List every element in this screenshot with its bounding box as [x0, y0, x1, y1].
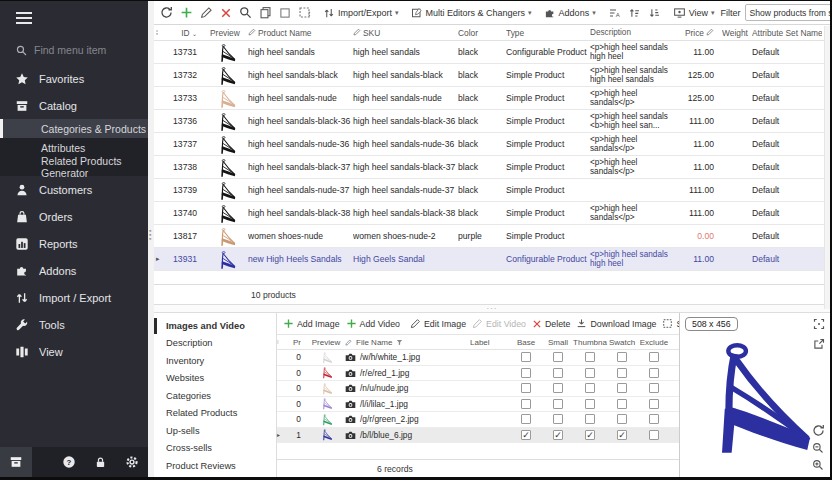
multi-editors-button[interactable]: Multi Editors & Changers▾	[408, 5, 535, 21]
cell-sku[interactable]: high heel sandals-black-37	[353, 162, 458, 172]
cell-price[interactable]: 11.00	[672, 254, 722, 264]
cell-price[interactable]: 11.00	[672, 162, 722, 172]
menu-toggle-button[interactable]	[0, 1, 148, 35]
table-row[interactable]: 13737 high heel sandals-nude-36high heel…	[154, 133, 830, 156]
column-header-file-name[interactable]: File Name	[345, 338, 470, 347]
checkbox-cell[interactable]	[638, 399, 670, 409]
table-row[interactable]: 13732 high heel sandals-blackhigh heel s…	[154, 64, 830, 87]
sidebar-item-categories-products[interactable]: Categories & Products	[0, 119, 148, 138]
list-item[interactable]: 0 /w/h/white_1.jpg	[277, 350, 679, 366]
cell-position[interactable]: 0	[283, 414, 307, 424]
cell-file-name[interactable]: /g/r/green_2.jpg	[345, 414, 470, 424]
column-header-small[interactable]: Small	[542, 338, 574, 347]
sort-alpha-button[interactable]: A	[605, 5, 624, 21]
delete-image-button[interactable]: Delete	[529, 317, 573, 331]
sidebar-item-related-products-generator[interactable]: Related Products Generator	[0, 157, 148, 176]
cell-file-name[interactable]: /r/e/red_1.jpg	[345, 368, 470, 378]
tab-images-and-video[interactable]: Images and Video	[154, 317, 276, 335]
checkbox-cell[interactable]	[574, 414, 606, 424]
table-row[interactable]: 13740 high heel sandals-black-38high hee…	[154, 202, 830, 225]
edit-video-button[interactable]: Edit Video	[469, 316, 529, 331]
category-filter-select[interactable]: Show products from selected categories ▾	[745, 4, 830, 21]
cell-price[interactable]: 11.00	[672, 47, 722, 57]
column-header-position[interactable]: Pr	[283, 338, 307, 347]
sort-ascending-button[interactable]	[625, 5, 644, 21]
column-header-preview[interactable]: Preview	[204, 28, 248, 38]
checkbox-cell[interactable]	[542, 352, 574, 362]
column-header-price[interactable]: Price	[672, 28, 722, 38]
sidebar-item-addons[interactable]: Addons	[0, 257, 148, 284]
checkbox-cell[interactable]: ✓	[542, 430, 574, 440]
cell-price[interactable]: 11.00	[672, 139, 722, 149]
cell-product-name[interactable]: new High Heels Sandals	[248, 254, 353, 264]
column-header-color[interactable]: Color	[458, 28, 506, 38]
add-image-button[interactable]: Add Image	[280, 316, 343, 331]
cell-file-name[interactable]: /l/i/lilac_1.jpg	[345, 399, 470, 409]
help-button[interactable]: ?	[54, 447, 86, 477]
cell-product-name[interactable]: women shoes-nude	[248, 231, 353, 241]
checkbox-cell[interactable]	[542, 383, 574, 393]
cell-product-name[interactable]: high heel sandals-black-37	[248, 162, 353, 172]
vertical-scrollbar[interactable]	[824, 26, 830, 309]
select-button[interactable]	[276, 5, 294, 21]
checkbox-cell[interactable]	[606, 352, 638, 362]
tab-description[interactable]: Description	[154, 335, 276, 353]
tab-related-products[interactable]: Related Products	[154, 405, 276, 423]
paste-special-button[interactable]	[295, 4, 314, 21]
checkbox-cell[interactable]	[606, 383, 638, 393]
cell-sku[interactable]: high heel sandals	[353, 47, 458, 57]
tab-websites[interactable]: Websites	[154, 370, 276, 388]
checkbox-cell[interactable]	[638, 368, 670, 378]
sidebar-item-customers[interactable]: Customers	[0, 176, 148, 203]
set-resize-rule-button[interactable]: Set Resize Rule	[659, 316, 679, 331]
cell-price[interactable]: 0.00	[672, 231, 722, 241]
column-header-id[interactable]: ID ⌄	[164, 28, 204, 38]
cell-price[interactable]: 125.00	[672, 93, 722, 103]
cell-sku[interactable]: women shoes-nude-2	[353, 231, 458, 241]
cell-file-name[interactable]: /n/u/nude.jpg	[345, 383, 470, 393]
tab-up-sells[interactable]: Up-sells	[154, 422, 276, 440]
sidebar-item-catalog[interactable]: Catalog	[0, 92, 148, 119]
checkbox-cell[interactable]	[606, 414, 638, 424]
list-item[interactable]: 0 /g/r/green_2.jpg	[277, 412, 679, 428]
checkbox-cell[interactable]: ✓	[606, 430, 638, 440]
checkbox-cell[interactable]	[542, 399, 574, 409]
cell-product-name[interactable]: high heel sandals-black-36	[248, 116, 353, 126]
cell-position[interactable]: 0	[283, 399, 307, 409]
checkbox-cell[interactable]	[574, 352, 606, 362]
edit-product-button[interactable]	[197, 4, 216, 21]
column-header-preview[interactable]: Preview	[307, 338, 345, 347]
table-row[interactable]: 13738 high heel sandals-black-37high hee…	[154, 156, 830, 179]
cell-product-name[interactable]: high heel sandals-nude-37	[248, 185, 353, 195]
sidebar-item-orders[interactable]: Orders	[0, 203, 148, 230]
sort-descending-button[interactable]	[645, 5, 664, 21]
cell-price[interactable]: 125.00	[672, 70, 722, 80]
cell-sku[interactable]: high heel sandals-black-38	[353, 208, 458, 218]
column-header-exclude[interactable]: Exclude	[638, 338, 670, 347]
cell-product-name[interactable]: high heel sandals-black	[248, 70, 353, 80]
zoom-in-icon[interactable]	[812, 459, 824, 471]
table-row[interactable]: 13736 high heel sandals-black-36high hee…	[154, 110, 830, 133]
lock-button[interactable]	[85, 447, 117, 477]
sidebar-item-tools[interactable]: Tools	[0, 311, 148, 338]
cell-sku[interactable]: High Geels Sandal	[353, 254, 458, 264]
view-button[interactable]: View▾	[670, 5, 718, 21]
cell-sku[interactable]: high heel sandals-black-36	[353, 116, 458, 126]
table-row[interactable]: 13733 high heel sandals-nudehigh heel sa…	[154, 87, 830, 110]
cell-sku[interactable]: high heel sandals-nude-36	[353, 139, 458, 149]
cell-price[interactable]: 111.00	[672, 116, 722, 126]
table-row[interactable]: 13731 high heel sandalshigh heel sandals…	[154, 41, 830, 64]
download-image-button[interactable]: Download Image	[573, 316, 659, 331]
rotate-icon[interactable]	[812, 424, 825, 437]
checkbox-cell[interactable]	[510, 399, 542, 409]
table-row[interactable]: 13817 women shoes-nudewomen shoes-nude-2…	[154, 225, 830, 248]
column-header-thumbnail[interactable]: Thumbna	[574, 338, 606, 347]
column-header-label[interactable]: Label	[470, 338, 510, 347]
checkbox-cell[interactable]	[606, 368, 638, 378]
store-button[interactable]	[0, 447, 32, 477]
table-row[interactable]: 13739 high heel sandals-nude-37high heel…	[154, 179, 830, 202]
checkbox-cell[interactable]: ✓	[510, 430, 542, 440]
sidebar-search[interactable]	[0, 35, 148, 65]
open-external-icon[interactable]	[813, 338, 825, 350]
checkbox-cell[interactable]: ✓	[574, 430, 606, 440]
